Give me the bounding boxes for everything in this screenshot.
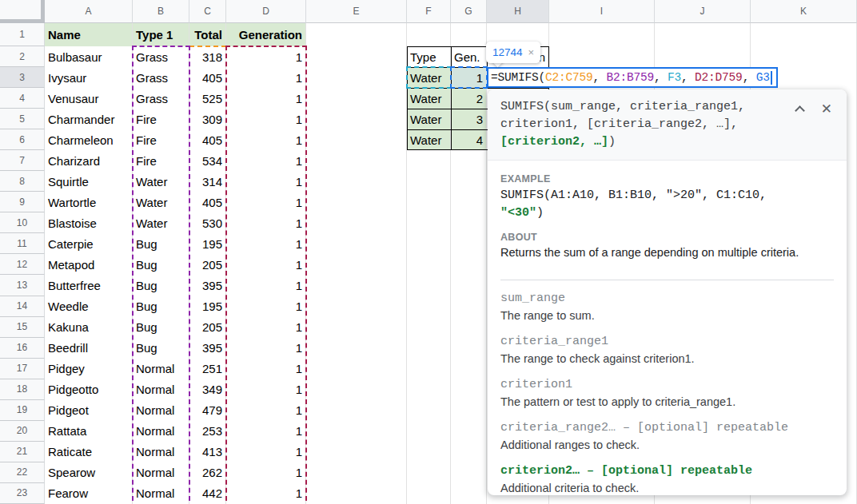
cell-C15[interactable]: 205 [189,317,226,339]
cell-E18[interactable] [306,379,407,401]
row-header-10[interactable]: 10 [0,212,45,233]
cell-D18[interactable]: 1 [226,379,306,401]
cell-F21[interactable] [407,442,451,463]
cell-B5[interactable]: Fire [133,109,189,130]
cell-C19[interactable]: 479 [189,400,226,422]
cell-A7[interactable]: Charizard [45,150,133,172]
cell-B18[interactable]: Normal [133,379,189,401]
cell-D3[interactable]: 1 [226,67,306,89]
cell-F8[interactable] [407,171,451,192]
cell-D11[interactable]: 1 [226,233,306,255]
cell-F19[interactable] [407,400,451,422]
cell-A13[interactable]: Butterfree [45,275,133,296]
cell-D5[interactable]: 1 [226,109,306,130]
column-header-J[interactable]: J [655,0,751,23]
cell-B8[interactable]: Water [133,171,189,192]
cell-F4[interactable]: Water [407,88,451,109]
row-header-16[interactable]: 16 [0,338,45,359]
cell-D1[interactable]: Generation [226,23,306,47]
cell-D8[interactable]: 1 [226,171,306,192]
cell-C14[interactable]: 195 [189,296,226,318]
cell-A17[interactable]: Pidgey [45,359,133,380]
cell-F6[interactable]: Water [407,129,451,151]
cell-D13[interactable]: 1 [226,275,306,296]
cell-B12[interactable]: Bug [133,254,189,276]
row-header-19[interactable]: 19 [0,400,45,421]
cell-A22[interactable]: Spearow [45,462,133,484]
row-header-21[interactable]: 21 [0,442,45,462]
cell-G7[interactable] [451,150,487,172]
cell-B10[interactable]: Water [133,212,189,234]
cell-E21[interactable] [306,442,407,463]
cell-F22[interactable] [407,462,451,484]
cell-D7[interactable]: 1 [226,150,306,172]
cell-D22[interactable]: 1 [226,462,306,484]
cell-D17[interactable]: 1 [226,359,306,380]
cell-F2[interactable]: Type [407,46,451,68]
cell-G9[interactable] [451,192,487,213]
cell-A1[interactable]: Name [45,23,133,47]
row-header-23[interactable]: 23 [0,483,45,504]
cell-A21[interactable]: Raticate [45,442,133,463]
cell-G14[interactable] [451,296,487,318]
column-header-A[interactable]: A [45,0,133,23]
cell-F15[interactable] [407,317,451,339]
cell-E6[interactable] [306,129,407,151]
cell-C1[interactable]: Total [189,23,226,47]
cell-A8[interactable]: Squirtle [45,171,133,192]
cell-E16[interactable] [306,338,407,359]
cell-A3[interactable]: Ivysaur [45,67,133,89]
cell-E20[interactable] [306,421,407,442]
cell-F9[interactable] [407,192,451,213]
cell-J2[interactable] [655,46,751,68]
cell-F3[interactable]: Water [407,67,451,89]
cell-A16[interactable]: Beedrill [45,338,133,359]
cell-B4[interactable]: Grass [133,88,189,109]
cell-G11[interactable] [451,233,487,255]
cell-E10[interactable] [306,212,407,234]
cell-C8[interactable]: 314 [189,171,226,192]
cell-F5[interactable]: Water [407,109,451,130]
cell-E23[interactable] [306,483,407,504]
column-header-G[interactable]: G [451,0,487,23]
formula-input[interactable]: =SUMIFS(C2:C759, B2:B759, F3, D2:D759, G… [487,67,778,88]
cell-G3[interactable]: 1 [451,67,487,89]
cell-F1[interactable] [407,23,451,47]
cell-D14[interactable]: 1 [226,296,306,318]
cell-F18[interactable] [407,379,451,401]
cell-B1[interactable]: Type 1 [133,23,189,47]
row-header-12[interactable]: 12 [0,254,45,275]
cell-B14[interactable]: Bug [133,296,189,318]
cell-G20[interactable] [451,421,487,442]
cell-B17[interactable]: Normal [133,359,189,380]
cell-B6[interactable]: Fire [133,129,189,151]
select-all-corner[interactable] [0,0,45,23]
cell-F12[interactable] [407,254,451,276]
cell-A2[interactable]: Bulbasaur [45,46,133,68]
cell-A23[interactable]: Fearow [45,483,133,504]
cell-G18[interactable] [451,379,487,401]
row-header-6[interactable]: 6 [0,129,45,150]
cell-B22[interactable]: Normal [133,462,189,484]
cell-E15[interactable] [306,317,407,339]
cell-B20[interactable]: Normal [133,421,189,442]
row-header-20[interactable]: 20 [0,421,45,442]
row-header-11[interactable]: 11 [0,233,45,254]
cell-A9[interactable]: Wartortle [45,192,133,213]
cell-E1[interactable] [306,23,407,47]
column-header-I[interactable]: I [549,0,655,23]
cell-F16[interactable] [407,338,451,359]
cell-A11[interactable]: Caterpie [45,233,133,255]
cell-D4[interactable]: 1 [226,88,306,109]
cell-D9[interactable]: 1 [226,192,306,213]
cell-C16[interactable]: 395 [189,338,226,359]
cell-D16[interactable]: 1 [226,338,306,359]
cell-G19[interactable] [451,400,487,422]
cell-A15[interactable]: Kakuna [45,317,133,339]
cell-B9[interactable]: Water [133,192,189,213]
row-header-3[interactable]: 3 [0,67,45,88]
cell-B7[interactable]: Fire [133,150,189,172]
cell-B3[interactable]: Grass [133,67,189,89]
cell-D2[interactable]: 1 [226,46,306,68]
cell-D12[interactable]: 1 [226,254,306,276]
